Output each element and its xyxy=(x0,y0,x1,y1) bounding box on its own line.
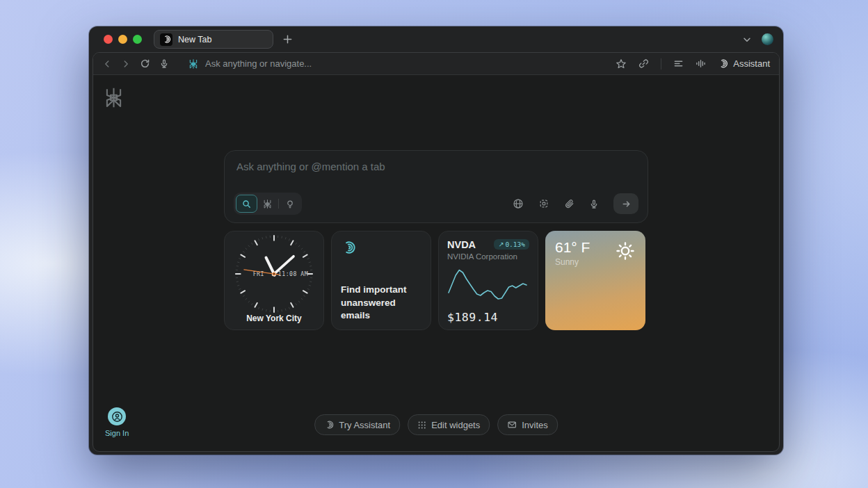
url-placeholder: Ask anything or navigate... xyxy=(205,58,312,69)
comet-swirl-icon xyxy=(341,240,356,255)
copy-link-icon[interactable] xyxy=(638,58,649,69)
toolbar: Ask anything or navigate... Ass xyxy=(93,53,779,75)
minimize-window-button[interactable] xyxy=(118,35,127,44)
zoom-window-button[interactable] xyxy=(133,35,142,44)
sign-in-label: Sign In xyxy=(105,429,129,437)
edit-widgets-label: Edit widgets xyxy=(431,420,480,430)
labs-mode-button[interactable] xyxy=(280,195,300,213)
trend-up-arrow-icon: ↗ xyxy=(498,241,504,248)
edit-widgets-button[interactable]: Edit widgets xyxy=(408,414,490,435)
weather-widget[interactable]: 61° F Sunny xyxy=(545,231,645,330)
stock-company-name: NVIDIA Corporation xyxy=(447,252,529,261)
comet-favicon-icon xyxy=(160,33,172,46)
tab-strip: New Tab xyxy=(89,26,783,52)
tab-overview-chevron-button[interactable] xyxy=(742,35,752,44)
invites-button[interactable]: Invites xyxy=(497,414,558,435)
traffic-lights xyxy=(104,35,142,44)
envelope-icon xyxy=(507,420,517,430)
stock-symbol: NVDA xyxy=(447,239,476,250)
web-search-globe-icon[interactable] xyxy=(513,198,524,209)
try-assistant-button[interactable]: Try Assistant xyxy=(314,414,400,435)
voice-search-mic-icon[interactable] xyxy=(159,58,169,69)
reload-button[interactable] xyxy=(140,58,150,69)
ask-input-placeholder: Ask anything or @mention a tab xyxy=(236,161,385,172)
ask-input-box[interactable]: Ask anything or @mention a tab xyxy=(224,150,648,223)
comet-swirl-icon xyxy=(324,420,334,430)
sun-icon xyxy=(613,238,638,263)
stock-widget[interactable]: NVDA ↗ 0.13% NVIDIA Corporation $189.14 xyxy=(438,231,538,330)
search-mode-pill xyxy=(234,193,302,215)
mode-divider xyxy=(278,199,279,209)
search-mode-button[interactable] xyxy=(236,195,257,213)
back-button[interactable] xyxy=(102,59,112,69)
perplexity-logo-icon xyxy=(188,58,199,70)
sign-in-button[interactable]: Sign In xyxy=(105,407,129,437)
model-chip-icon[interactable] xyxy=(538,198,549,209)
research-mode-button[interactable] xyxy=(257,195,277,213)
stock-change-badge: ↗ 0.13% xyxy=(494,239,529,250)
bookmark-star-icon[interactable] xyxy=(616,58,627,70)
close-window-button[interactable] xyxy=(104,35,113,44)
new-tab-page: Ask anything or @mention a tab xyxy=(93,75,779,451)
voice-waveform-icon[interactable] xyxy=(696,58,706,69)
invites-label: Invites xyxy=(522,420,548,430)
perplexity-logo xyxy=(102,86,125,110)
reading-list-icon[interactable] xyxy=(673,58,684,69)
new-tab-button[interactable] xyxy=(282,34,293,44)
sign-in-avatar-icon xyxy=(108,407,126,425)
submit-arrow-button[interactable] xyxy=(613,193,638,214)
toolbar-divider xyxy=(661,58,661,70)
tab-new-tab[interactable]: New Tab xyxy=(154,30,273,49)
url-omnibox[interactable]: Ask anything or navigate... xyxy=(188,58,312,70)
clock-time: 11:08 AM xyxy=(278,270,308,277)
widgets-row: FRI 11:08 AM New York City Fi xyxy=(224,231,645,330)
forward-button[interactable] xyxy=(121,59,131,69)
assistant-label: Assistant xyxy=(733,58,770,69)
email-suggestion-widget[interactable]: Find important unanswered emails xyxy=(331,231,431,330)
footer-buttons: Try Assistant Edit widgets Invites xyxy=(314,414,558,435)
email-suggestion-text: Find important unanswered emails xyxy=(341,284,421,322)
clock-city-label: New York City xyxy=(246,314,302,323)
content-frame: Ask anything or navigate... Ass xyxy=(93,52,780,452)
clock-widget[interactable]: FRI 11:08 AM New York City xyxy=(224,231,324,330)
tab-title: New Tab xyxy=(178,35,211,44)
profile-avatar[interactable] xyxy=(762,33,773,45)
stock-sparkline-chart xyxy=(446,264,529,307)
assistant-button[interactable]: Assistant xyxy=(718,58,770,69)
attach-paperclip-icon[interactable] xyxy=(564,199,574,209)
stock-price: $189.14 xyxy=(447,311,498,324)
try-assistant-label: Try Assistant xyxy=(339,420,390,430)
grid-dots-icon xyxy=(417,421,426,430)
browser-window: New Tab xyxy=(89,26,783,455)
stock-change-value: 0.13% xyxy=(505,241,525,248)
dictation-mic-icon[interactable] xyxy=(589,199,599,209)
